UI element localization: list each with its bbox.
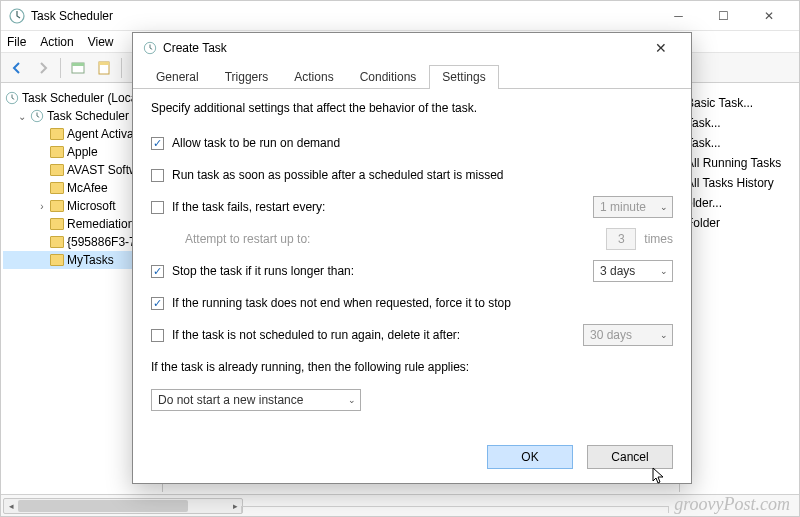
- actions-pane: Basic Task... Task... Task... All Runnin…: [679, 85, 799, 492]
- label: If the task is already running, then the…: [151, 360, 469, 374]
- opt-allow-demand: Allow task to be run on demand: [151, 131, 673, 155]
- select-value: Do not start a new instance: [158, 393, 303, 407]
- app-clock-icon: [9, 8, 25, 24]
- action-item[interactable]: Basic Task...: [686, 93, 793, 113]
- action-item[interactable]: Task...: [686, 113, 793, 133]
- opt-fail-restart: If the task fails, restart every: 1 minu…: [151, 195, 673, 219]
- window-title: Task Scheduler: [31, 9, 656, 23]
- menu-file[interactable]: File: [7, 35, 26, 49]
- create-task-dialog: Create Task ✕ General Triggers Actions C…: [132, 32, 692, 484]
- chevron-down-icon: ⌄: [660, 202, 668, 212]
- label: If the task fails, restart every:: [172, 200, 585, 214]
- checkbox-delete-after[interactable]: [151, 329, 164, 342]
- checkbox-force-stop[interactable]: [151, 297, 164, 310]
- chevron-down-icon: ⌄: [660, 266, 668, 276]
- tab-conditions[interactable]: Conditions: [347, 65, 430, 89]
- action-item[interactable]: All Tasks History: [686, 173, 793, 193]
- folder-icon: [50, 164, 64, 176]
- tree-label: Task Scheduler (Local: [22, 91, 140, 105]
- chevron-down-icon: ⌄: [660, 330, 668, 340]
- folder-icon: [50, 218, 64, 230]
- action-item[interactable]: Task...: [686, 133, 793, 153]
- attempt-count-input[interactable]: 3: [606, 228, 636, 250]
- clock-icon: [143, 41, 157, 55]
- clock-icon: [30, 109, 44, 123]
- opt-delete-after: If the task is not scheduled to run agai…: [151, 323, 673, 347]
- more-arrow-icon[interactable]: ▸: [686, 233, 793, 253]
- tab-general[interactable]: General: [143, 65, 212, 89]
- checkbox-run-asap[interactable]: [151, 169, 164, 182]
- opt-run-asap: Run task as soon as possible after a sch…: [151, 163, 673, 187]
- window-icon: [71, 61, 85, 75]
- titlebar: Task Scheduler ─ ☐ ✕: [1, 1, 799, 31]
- scroll-left-icon[interactable]: ◂: [4, 499, 18, 513]
- tab-triggers[interactable]: Triggers: [212, 65, 282, 89]
- label: Run task as soon as possible after a sch…: [172, 168, 673, 182]
- tree-label: McAfee: [67, 181, 108, 195]
- tree-label: Apple: [67, 145, 98, 159]
- toolbar-action-button[interactable]: [66, 56, 90, 80]
- scroll-right-icon[interactable]: ▸: [228, 499, 242, 513]
- dialog-close-button[interactable]: ✕: [641, 34, 681, 62]
- svg-rect-4: [99, 62, 109, 65]
- folder-icon: [50, 236, 64, 248]
- dialog-button-row: OK Cancel: [487, 445, 673, 469]
- arrow-left-icon: [10, 61, 24, 75]
- dialog-titlebar: Create Task ✕: [133, 33, 691, 63]
- page-icon: [97, 61, 111, 75]
- opt-force-stop: If the running task does not end when re…: [151, 291, 673, 315]
- checkbox-stop-longer[interactable]: [151, 265, 164, 278]
- tabstrip: General Triggers Actions Conditions Sett…: [133, 63, 691, 89]
- minimize-button[interactable]: ─: [656, 2, 701, 30]
- label: If the running task does not end when re…: [172, 296, 673, 310]
- checkbox-allow-demand[interactable]: [151, 137, 164, 150]
- label: Allow task to be run on demand: [172, 136, 673, 150]
- stop-duration-select[interactable]: 3 days ⌄: [593, 260, 673, 282]
- ok-button[interactable]: OK: [487, 445, 573, 469]
- toolbar-separator: [60, 58, 61, 78]
- label: Attempt to restart up to:: [185, 232, 598, 246]
- menu-view[interactable]: View: [88, 35, 114, 49]
- nav-forward-button[interactable]: [31, 56, 55, 80]
- content-bottom-border: [241, 506, 669, 513]
- intro-text: Specify additional settings that affect …: [151, 101, 673, 115]
- maximize-button[interactable]: ☐: [701, 2, 746, 30]
- expand-icon[interactable]: ›: [37, 201, 47, 212]
- scroll-thumb[interactable]: [18, 500, 188, 512]
- label: If the task is not scheduled to run agai…: [172, 328, 575, 342]
- action-item[interactable]: All Running Tasks: [686, 153, 793, 173]
- close-button[interactable]: ✕: [746, 2, 791, 30]
- opt-stop-longer: Stop the task if it runs longer than: 3 …: [151, 259, 673, 283]
- action-item[interactable]: Folder: [686, 213, 793, 233]
- delete-after-select[interactable]: 30 days ⌄: [583, 324, 673, 346]
- folder-icon: [50, 128, 64, 140]
- svg-rect-2: [72, 63, 84, 66]
- dialog-title: Create Task: [163, 41, 641, 55]
- rule-label-row: If the task is already running, then the…: [151, 355, 673, 379]
- clock-icon: [5, 91, 19, 105]
- select-value: 30 days: [590, 328, 632, 342]
- folder-icon: [50, 182, 64, 194]
- select-value: 1 minute: [600, 200, 646, 214]
- menu-action[interactable]: Action: [40, 35, 73, 49]
- toolbar-run-button[interactable]: [92, 56, 116, 80]
- horizontal-scrollbar[interactable]: ◂ ▸: [3, 498, 243, 514]
- nav-back-button[interactable]: [5, 56, 29, 80]
- tree-label: MyTasks: [67, 253, 114, 267]
- cancel-button[interactable]: Cancel: [587, 445, 673, 469]
- folder-icon: [50, 146, 64, 158]
- arrow-right-icon: [36, 61, 50, 75]
- tab-actions[interactable]: Actions: [281, 65, 346, 89]
- tree-label: Remediation: [67, 217, 134, 231]
- folder-icon: [50, 200, 64, 212]
- select-value: 3 days: [600, 264, 635, 278]
- toolbar-separator: [121, 58, 122, 78]
- opt-attempt-restart: Attempt to restart up to: 3 times: [151, 227, 673, 251]
- action-item[interactable]: older...: [686, 193, 793, 213]
- expand-icon[interactable]: ⌄: [17, 111, 27, 122]
- tree-label: Microsoft: [67, 199, 116, 213]
- tab-settings[interactable]: Settings: [429, 65, 498, 89]
- checkbox-fail-restart[interactable]: [151, 201, 164, 214]
- rule-select[interactable]: Do not start a new instance ⌄: [151, 389, 361, 411]
- restart-interval-select[interactable]: 1 minute ⌄: [593, 196, 673, 218]
